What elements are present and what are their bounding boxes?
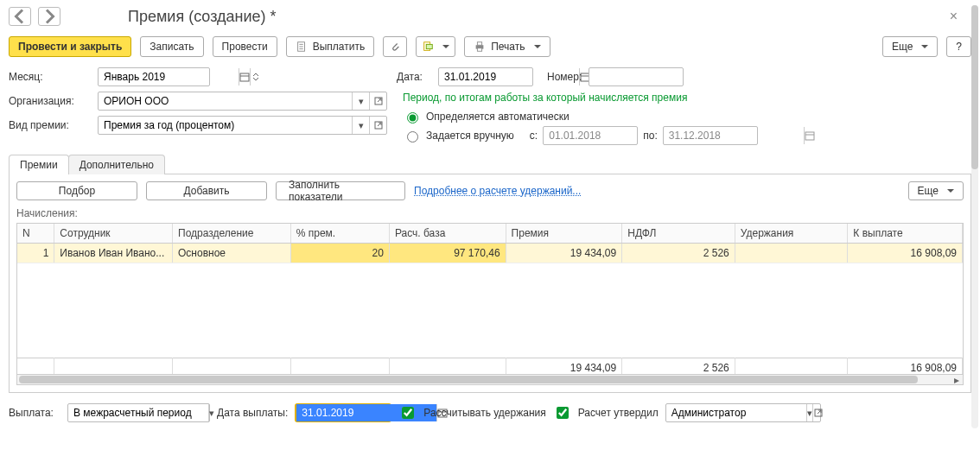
withholdings-link[interactable]: Подробнее о расчете удержаний...	[414, 185, 581, 197]
nav-back-button[interactable]	[9, 7, 31, 26]
col-percent[interactable]: % прем.	[290, 224, 389, 244]
svg-rect-4	[478, 42, 482, 46]
post-button[interactable]: Провести	[213, 36, 277, 57]
org-field[interactable]: ▾	[98, 92, 387, 111]
calendar-icon[interactable]	[239, 68, 250, 86]
grid-hscrollbar[interactable]: ▸	[16, 375, 964, 385]
close-button[interactable]: ×	[950, 9, 971, 24]
print-button[interactable]: Печать	[464, 36, 550, 57]
cell-percent[interactable]: 20	[290, 244, 389, 263]
cell-pay[interactable]: 16 908,09	[848, 244, 963, 263]
calc-withhold-checkbox[interactable]	[402, 407, 414, 419]
accruals-grid[interactable]: N Сотрудник Подразделение % прем. Расч. …	[16, 223, 964, 375]
page-title: Премия (создание) *	[67, 8, 277, 26]
more-button[interactable]: Еще	[882, 36, 938, 57]
payout-label: Выплата:	[9, 407, 60, 419]
col-ndfl[interactable]: НДФЛ	[622, 224, 735, 244]
period-manual-label: Задается вручную	[426, 130, 514, 142]
cell-dept[interactable]: Основное	[173, 244, 291, 263]
printer-icon	[474, 41, 486, 53]
date-field[interactable]	[438, 67, 533, 86]
month-field[interactable]	[98, 67, 210, 86]
cell-bonus[interactable]: 19 434,09	[506, 244, 622, 263]
type-input[interactable]	[99, 117, 352, 134]
cell-employee[interactable]: Иванов Иван Ивано...	[54, 244, 173, 263]
paydate-field[interactable]	[295, 403, 391, 422]
col-pay[interactable]: К выплате	[848, 224, 963, 244]
month-label: Месяц:	[9, 71, 91, 83]
number-input[interactable]	[589, 68, 729, 86]
dropdown-icon[interactable]: ▾	[352, 92, 369, 110]
number-field[interactable]	[589, 67, 684, 86]
svg-rect-2	[426, 44, 432, 48]
to-label: по:	[643, 130, 658, 142]
paydate-input[interactable]	[296, 404, 436, 421]
date-label: Дата:	[397, 71, 431, 83]
approved-checkbox[interactable]	[557, 407, 569, 419]
arrow-right-icon	[39, 6, 60, 27]
cell-withhold[interactable]	[735, 244, 848, 263]
payout-input[interactable]	[68, 404, 208, 421]
type-field[interactable]: ▾	[98, 116, 387, 135]
col-bonus[interactable]: Премия	[506, 224, 622, 244]
col-withhold[interactable]: Удержания	[735, 224, 848, 244]
total-withhold	[735, 358, 848, 376]
cell-base[interactable]: 97 170,46	[389, 244, 506, 263]
org-input[interactable]	[99, 92, 352, 110]
period-auto-radio[interactable]	[407, 112, 418, 124]
period-to-input[interactable]	[664, 127, 804, 144]
total-pay: 16 908,09	[848, 358, 963, 376]
tab-bonuses[interactable]: Премии	[9, 155, 69, 174]
period-from-field[interactable]	[543, 126, 638, 145]
number-label: Номер:	[540, 71, 582, 83]
pick-button[interactable]: Подбор	[16, 181, 137, 200]
panel-more-button[interactable]: Еще	[908, 181, 964, 200]
cell-n[interactable]: 1	[17, 244, 54, 263]
paperclip-icon	[389, 41, 401, 53]
add-button[interactable]: Добавить	[146, 181, 267, 200]
grid-totals-row: 19 434,09 2 526 16 908,09	[17, 358, 963, 376]
page-scrollbar[interactable]	[971, 5, 978, 428]
open-icon[interactable]	[369, 92, 386, 110]
calendar-icon[interactable]	[804, 127, 815, 144]
month-input[interactable]	[99, 68, 239, 86]
col-dept[interactable]: Подразделение	[173, 224, 291, 244]
calc-withhold-label: Рассчитывать удержания	[423, 407, 545, 419]
document-icon	[296, 41, 308, 53]
svg-rect-11	[805, 132, 814, 140]
col-base[interactable]: Расч. база	[389, 224, 506, 244]
col-employee[interactable]: Сотрудник	[54, 224, 173, 244]
grid-header-row: N Сотрудник Подразделение % прем. Расч. …	[17, 224, 963, 244]
post-and-close-button[interactable]: Провести и закрыть	[9, 36, 131, 57]
pay-button[interactable]: Выплатить	[286, 36, 375, 57]
cell-ndfl[interactable]: 2 526	[622, 244, 735, 263]
open-icon[interactable]	[812, 404, 824, 421]
approver-field[interactable]: ▾	[665, 403, 821, 422]
col-n[interactable]: N	[17, 224, 54, 244]
dropdown-icon[interactable]: ▾	[352, 117, 369, 134]
arrow-left-icon	[10, 6, 30, 27]
period-manual-radio[interactable]	[407, 131, 418, 142]
print-button-label: Печать	[491, 41, 525, 53]
dropdown-icon[interactable]: ▾	[806, 404, 812, 421]
period-to-field[interactable]	[663, 126, 758, 145]
fill-indicators-button[interactable]: Заполнить показатели	[276, 181, 405, 200]
basis-button[interactable]	[416, 36, 455, 57]
pay-button-label: Выплатить	[313, 41, 366, 53]
org-label: Организация:	[9, 95, 91, 107]
table-row[interactable]: 1 Иванов Иван Ивано... Основное 20 97 17…	[17, 244, 963, 263]
help-button[interactable]: ?	[946, 36, 971, 57]
period-auto-label: Определяется автоматически	[426, 111, 570, 123]
svg-rect-5	[478, 48, 482, 52]
approved-label: Расчет утвердил	[578, 407, 659, 419]
accruals-label: Начисления:	[16, 206, 964, 223]
save-button[interactable]: Записать	[140, 36, 203, 57]
approver-input[interactable]	[666, 404, 806, 421]
dropdown-icon[interactable]: ▾	[208, 404, 214, 421]
open-icon[interactable]	[369, 117, 386, 134]
nav-forward-button[interactable]	[38, 7, 60, 26]
attach-button[interactable]	[383, 36, 407, 57]
tab-additional[interactable]: Дополнительно	[68, 155, 165, 174]
payout-field[interactable]: ▾	[67, 403, 210, 422]
stepper-icon[interactable]	[250, 68, 261, 86]
